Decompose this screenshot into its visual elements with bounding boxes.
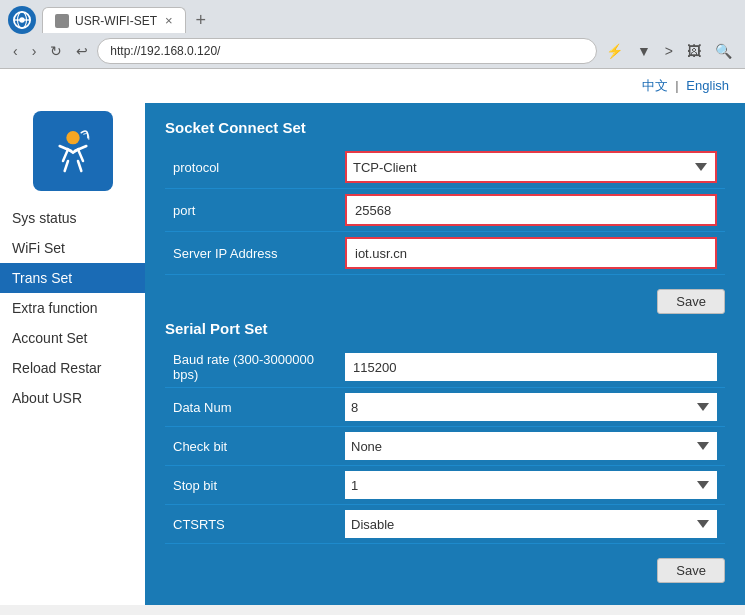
- data-num-label: Data Num: [165, 388, 345, 427]
- check-bit-label: Check bit: [165, 427, 345, 466]
- tab-favicon: [55, 14, 69, 28]
- lang-separator: |: [675, 78, 678, 93]
- forward-button[interactable]: ›: [27, 41, 42, 61]
- ctsrts-label: CTSRTS: [165, 505, 345, 544]
- sidebar-item-sys-status[interactable]: Sys status: [0, 203, 145, 233]
- search-button[interactable]: 🔍: [710, 41, 737, 61]
- check-bit-value[interactable]: NoneOddEven: [345, 427, 725, 466]
- sidebar-item-trans-set[interactable]: Trans Set: [0, 263, 145, 293]
- protocol-value[interactable]: TCP-Client TCP-Server UDP: [345, 146, 725, 189]
- data-num-row: Data Num 5678: [165, 388, 725, 427]
- address-bar[interactable]: [97, 38, 597, 64]
- content-area: Socket Connect Set protocol TCP-Client T…: [145, 103, 745, 605]
- main-layout: Sys status WiFi Set Trans Set Extra func…: [0, 103, 745, 605]
- stop-bit-label: Stop bit: [165, 466, 345, 505]
- sidebar-item-wifi-set[interactable]: WiFi Set: [0, 233, 145, 263]
- stop-bit-select[interactable]: 12: [345, 471, 717, 499]
- protocol-row: protocol TCP-Client TCP-Server UDP: [165, 146, 725, 189]
- page-content: 中文 | English: [0, 69, 745, 604]
- sidebar-item-extra-function[interactable]: Extra function: [0, 293, 145, 323]
- stop-bit-value[interactable]: 12: [345, 466, 725, 505]
- baud-rate-value[interactable]: [345, 347, 725, 388]
- sidebar-nav: Sys status WiFi Set Trans Set Extra func…: [0, 203, 145, 413]
- protocol-select-wrapper: TCP-Client TCP-Server UDP: [345, 151, 717, 183]
- server-ip-value[interactable]: [345, 232, 725, 275]
- chinese-lang-link[interactable]: 中文: [642, 78, 668, 93]
- english-lang-link[interactable]: English: [686, 78, 729, 93]
- server-ip-input[interactable]: [347, 239, 715, 267]
- home-button[interactable]: ↩: [71, 41, 93, 61]
- ctsrts-value[interactable]: DisableEnable: [345, 505, 725, 544]
- image-button[interactable]: 🖼: [682, 41, 706, 61]
- data-num-select[interactable]: 5678: [345, 393, 717, 421]
- serial-port-form: Baud rate (300-3000000 bps) Data Num 567…: [165, 347, 725, 544]
- sidebar-item-reload-restart[interactable]: Reload Restar: [0, 353, 145, 383]
- tab-bar: USR-WIFI-SET × +: [0, 0, 745, 34]
- sidebar: Sys status WiFi Set Trans Set Extra func…: [0, 103, 145, 605]
- bookmark-dropdown-button[interactable]: ▼: [632, 41, 656, 61]
- ctsrts-row: CTSRTS DisableEnable: [165, 505, 725, 544]
- stop-bit-row: Stop bit 12: [165, 466, 725, 505]
- sidebar-item-about-usr[interactable]: About USR: [0, 383, 145, 413]
- browser-chrome: USR-WIFI-SET × + ‹ › ↻ ↩ ⚡ ▼ > 🖼 🔍: [0, 0, 745, 69]
- server-ip-input-wrapper: [345, 237, 717, 269]
- port-value[interactable]: [345, 189, 725, 232]
- back-button[interactable]: ‹: [8, 41, 23, 61]
- protocol-label: protocol: [165, 146, 345, 189]
- ctsrts-select[interactable]: DisableEnable: [345, 510, 717, 538]
- baud-rate-input[interactable]: [345, 353, 717, 381]
- svg-rect-4: [57, 16, 67, 26]
- port-row: port: [165, 189, 725, 232]
- socket-save-button[interactable]: Save: [657, 289, 725, 314]
- new-tab-button[interactable]: +: [190, 8, 213, 33]
- nav-right: ⚡ ▼ > 🖼 🔍: [601, 41, 737, 61]
- lang-bar: 中文 | English: [0, 69, 745, 103]
- port-input[interactable]: [347, 196, 715, 224]
- port-input-wrapper: [345, 194, 717, 226]
- server-ip-label: Server IP Address: [165, 232, 345, 275]
- nav-bar: ‹ › ↻ ↩ ⚡ ▼ > 🖼 🔍: [0, 34, 745, 68]
- baud-rate-row: Baud rate (300-3000000 bps): [165, 347, 725, 388]
- protocol-select[interactable]: TCP-Client TCP-Server UDP: [347, 153, 715, 181]
- serial-save-row: Save: [165, 552, 725, 589]
- port-label: port: [165, 189, 345, 232]
- tab-close-button[interactable]: ×: [157, 13, 173, 28]
- server-ip-row: Server IP Address: [165, 232, 725, 275]
- sidebar-item-account-set[interactable]: Account Set: [0, 323, 145, 353]
- tab-title: USR-WIFI-SET: [75, 14, 157, 28]
- socket-connect-form: protocol TCP-Client TCP-Server UDP: [165, 146, 725, 275]
- socket-save-row: Save: [165, 283, 725, 320]
- data-num-value[interactable]: 5678: [345, 388, 725, 427]
- check-bit-select[interactable]: NoneOddEven: [345, 432, 717, 460]
- socket-connect-title: Socket Connect Set: [165, 119, 725, 136]
- serial-save-button[interactable]: Save: [657, 558, 725, 583]
- lightning-button[interactable]: ⚡: [601, 41, 628, 61]
- serial-port-title: Serial Port Set: [165, 320, 725, 337]
- refresh-button[interactable]: ↻: [45, 41, 67, 61]
- sidebar-logo: [33, 111, 113, 191]
- svg-point-5: [66, 131, 79, 144]
- browser-tab[interactable]: USR-WIFI-SET ×: [42, 7, 186, 33]
- check-bit-row: Check bit NoneOddEven: [165, 427, 725, 466]
- browser-icon: [8, 6, 36, 34]
- baud-rate-label: Baud rate (300-3000000 bps): [165, 347, 345, 388]
- nav-arrow-button[interactable]: >: [660, 41, 678, 61]
